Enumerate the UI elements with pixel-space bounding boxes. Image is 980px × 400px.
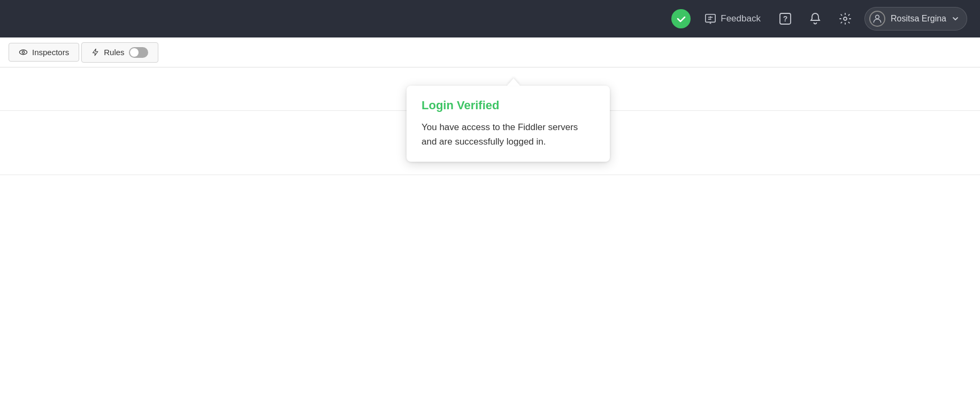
rules-tab[interactable]: Rules bbox=[81, 42, 158, 63]
login-verified-button[interactable] bbox=[671, 9, 691, 28]
user-name: Rositsa Ergina bbox=[891, 14, 946, 24]
svg-text:?: ? bbox=[783, 14, 788, 23]
svg-point-8 bbox=[22, 51, 24, 53]
rules-label: Rules bbox=[104, 48, 124, 57]
inspectors-label: Inspectors bbox=[32, 48, 69, 57]
svg-text:!: ! bbox=[710, 16, 711, 20]
popup-arrow bbox=[507, 78, 520, 86]
bolt-icon bbox=[91, 48, 99, 56]
help-button[interactable]: ? bbox=[772, 8, 798, 29]
user-menu-button[interactable]: Rositsa Ergina bbox=[864, 7, 967, 31]
navbar: ! Feedback ? bbox=[0, 0, 980, 37]
feedback-icon: ! bbox=[705, 13, 716, 25]
verified-checkmark-icon bbox=[671, 9, 691, 28]
popup-title: Login Verified bbox=[422, 99, 595, 112]
login-verified-popup: Login Verified You have access to the Fi… bbox=[407, 78, 610, 162]
inspectors-tab[interactable]: Inspectors bbox=[9, 43, 79, 62]
popup-card: Login Verified You have access to the Fi… bbox=[407, 86, 610, 162]
person-icon bbox=[872, 13, 883, 24]
settings-button[interactable] bbox=[832, 8, 858, 29]
chevron-down-icon bbox=[952, 15, 959, 22]
popup-body: You have access to the Fiddler servers a… bbox=[422, 120, 595, 149]
rules-toggle[interactable] bbox=[129, 47, 148, 58]
divider-line-2 bbox=[0, 175, 980, 175]
navbar-items: ! Feedback ? bbox=[671, 7, 967, 31]
feedback-label: Feedback bbox=[721, 13, 761, 24]
main-content: Login Verified You have access to the Fi… bbox=[0, 67, 980, 400]
feedback-button[interactable]: ! Feedback bbox=[697, 9, 768, 29]
notifications-button[interactable] bbox=[802, 8, 828, 29]
avatar bbox=[869, 11, 885, 27]
svg-point-7 bbox=[19, 50, 27, 55]
svg-point-6 bbox=[876, 15, 879, 19]
bell-icon bbox=[809, 12, 822, 25]
question-mark-icon: ? bbox=[779, 12, 792, 25]
sub-toolbar: Inspectors Rules bbox=[0, 37, 980, 67]
svg-point-5 bbox=[844, 17, 847, 20]
gear-icon bbox=[839, 12, 852, 25]
eye-icon bbox=[19, 48, 28, 57]
